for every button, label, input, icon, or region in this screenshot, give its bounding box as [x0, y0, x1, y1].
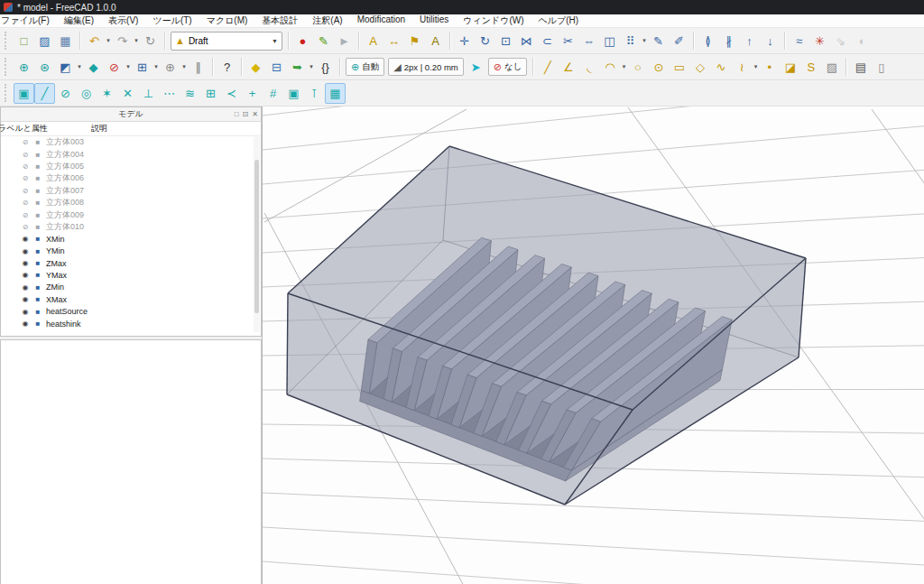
bezier-dropdown[interactable]: ▾ — [752, 63, 759, 70]
tree-item-ZMin[interactable]: ◉■ZMin — [1, 282, 261, 293]
draft-rectangle-button[interactable]: ▭ — [669, 57, 689, 78]
measure-button[interactable]: ∥ — [188, 57, 208, 78]
snap-perpendicular-button[interactable]: ⊥ — [138, 83, 159, 104]
menu-item-5[interactable]: 基本設計 — [254, 14, 305, 27]
draw-style-button[interactable]: ⊘ — [104, 57, 125, 78]
snap-intersection-button[interactable]: ✕ — [117, 83, 138, 104]
draft-offset-button[interactable]: ⊂ — [537, 31, 558, 51]
clipped-edge-button[interactable]: ▯ — [871, 57, 892, 78]
draft-hatch-button[interactable]: ▨ — [821, 57, 842, 78]
workbench-selector[interactable]: ▲Draft▼ — [171, 32, 282, 51]
menu-item-4[interactable]: マクロ(M) — [199, 14, 255, 27]
view-fit-all-button[interactable]: ⊕ — [14, 57, 34, 78]
tree-scrollbar-thumb[interactable] — [254, 160, 259, 313]
view-axonometric-button[interactable]: ◩ — [55, 57, 76, 78]
draft-trimex-button[interactable]: ✂ — [558, 31, 578, 51]
autogroup-button[interactable]: ⊘なし — [488, 58, 528, 76]
draft-shape2dview-button[interactable]: ⇘ — [830, 31, 851, 51]
new-file-button[interactable]: □ — [14, 31, 34, 51]
draft-array-button[interactable]: ⠿ — [620, 31, 641, 51]
draft-bezier-button[interactable]: ≀ — [731, 57, 752, 78]
menu-item-1[interactable]: 編集(E) — [57, 14, 101, 27]
tree-item-heatSource[interactable]: ◉■heatSource — [1, 305, 261, 317]
tree-scrollbar[interactable] — [254, 134, 260, 332]
toolbar-handle[interactable] — [5, 32, 11, 50]
tree-item-立方体005[interactable]: ⊘■立方体005 — [1, 161, 261, 172]
tree-item-立方体006[interactable]: ⊘■立方体006 — [1, 172, 261, 184]
snap-ortho-button[interactable]: + — [242, 83, 263, 104]
draft-circle-button[interactable]: ○ — [627, 57, 648, 78]
view-zoom-selection-button[interactable]: ⊛ — [34, 57, 55, 78]
draw-style-dropdown[interactable]: ▾ — [125, 63, 132, 70]
tree-item-立方体004[interactable]: ⊘■立方体004 — [1, 148, 261, 160]
menu-item-9[interactable]: ウィンドウ(W) — [456, 14, 531, 27]
view-dropdown[interactable]: ▾ — [76, 63, 83, 70]
draft-label-button[interactable]: ⚑ — [404, 31, 425, 51]
array-dropdown[interactable]: ▾ — [641, 37, 648, 44]
bbox-dropdown[interactable]: ▾ — [152, 63, 160, 70]
draft-edit-button[interactable]: ✎ — [648, 31, 669, 51]
tree-item-heatshink[interactable]: ◉■heatshink — [1, 318, 261, 329]
tree-item-YMin[interactable]: ◉■YMin — [1, 246, 261, 257]
menu-item-8[interactable]: Utilities — [412, 14, 456, 27]
open-file-button[interactable]: ▨ — [34, 31, 55, 51]
snap-lock-button[interactable]: ▣ — [14, 83, 34, 104]
snap-working-plane-button[interactable]: ▣ — [283, 83, 304, 104]
export-button[interactable]: ➥ — [287, 57, 308, 78]
tree-item-ZMax[interactable]: ◉■ZMax — [1, 257, 261, 269]
macro-edit-button[interactable]: ✎ — [313, 31, 334, 51]
snap-dimensions-button[interactable]: ⊺ — [304, 83, 325, 104]
draft-dimension-button[interactable]: ↔ — [383, 31, 404, 51]
tree-item-XMin[interactable]: ◉■XMin — [1, 233, 261, 245]
draft-point-button[interactable]: • — [759, 57, 780, 78]
snap-endpoint-button[interactable]: ╱ — [34, 83, 55, 104]
column-label-attributes[interactable]: ラベルと属性 — [0, 123, 84, 134]
menu-item-3[interactable]: ツール(T) — [145, 14, 199, 27]
draft-stretch-button[interactable]: ⇔ — [578, 31, 599, 51]
undo-dropdown[interactable]: ▾ — [105, 37, 112, 44]
menu-item-10[interactable]: ヘルプ(H) — [531, 14, 587, 27]
expressions-button[interactable]: {} — [315, 57, 336, 78]
menu-item-2[interactable]: 表示(V) — [101, 14, 145, 27]
layers-button[interactable]: ▤ — [850, 57, 871, 78]
toggle-grid-button[interactable]: ▦ — [325, 83, 346, 104]
bounding-box-button[interactable]: ⊞ — [132, 57, 152, 78]
group-button[interactable]: ⊟ — [266, 57, 287, 78]
column-description[interactable]: 説明 — [84, 123, 107, 134]
draft-line-button[interactable]: ╱ — [537, 57, 558, 78]
panel-close-icon[interactable]: ✕ — [252, 110, 258, 118]
export-dropdown[interactable]: ▾ — [308, 63, 315, 70]
zoom-dropdown[interactable]: ▾ — [180, 63, 188, 70]
menu-item-6[interactable]: 注釈(A) — [305, 14, 349, 27]
snap-angle-button[interactable]: ✶ — [97, 83, 117, 104]
macro-record-button[interactable]: ● — [292, 31, 313, 51]
save-file-button[interactable]: ▦ — [55, 31, 76, 51]
menu-item-0[interactable]: ファイル(F) — [0, 14, 57, 27]
draft-polygon-button[interactable]: ◇ — [689, 57, 710, 78]
draft-split-button[interactable]: ∦ — [718, 31, 739, 51]
draft-move-button[interactable]: ✛ — [454, 31, 475, 51]
tree-item-立方体008[interactable]: ⊘■立方体008 — [1, 197, 261, 209]
draft-wire-to-bspline-button[interactable]: ≈ — [789, 31, 809, 51]
tree-item-立方体003[interactable]: ⊘■立方体003 — [1, 136, 261, 148]
draft-subelement-button[interactable]: ✐ — [669, 31, 689, 51]
undo-button[interactable]: ↶ — [84, 31, 105, 51]
arc-dropdown[interactable]: ▾ — [620, 63, 627, 70]
draft-arc-button[interactable]: ◠ — [599, 57, 620, 78]
draft-bspline-button[interactable]: ∿ — [710, 57, 731, 78]
toolbar-handle[interactable] — [5, 58, 11, 76]
draft-add-point-button[interactable]: ✳ — [809, 31, 830, 51]
snap-grid-button[interactable]: # — [263, 83, 283, 104]
style-button[interactable]: ◢2px | 0.20 mm — [388, 58, 464, 76]
macro-play-button[interactable]: ► — [334, 31, 355, 51]
working-plane-button[interactable]: ◆ — [83, 57, 104, 78]
draft-wire-button[interactable]: ∠ — [558, 57, 578, 78]
tree-item-XMax[interactable]: ◉■XMax — [1, 293, 261, 305]
whats-this-button[interactable]: ? — [217, 57, 237, 78]
draft-flip-button[interactable]: ◖ — [851, 31, 872, 51]
panel-restore-icon[interactable]: □ — [235, 110, 239, 118]
tree-item-立方体010[interactable]: ⊘■立方体010 — [1, 221, 261, 233]
tree-item-立方体007[interactable]: ⊘■立方体007 — [1, 185, 261, 197]
snap-special-button[interactable]: ⊞ — [200, 83, 221, 104]
3d-scene[interactable] — [263, 107, 924, 584]
